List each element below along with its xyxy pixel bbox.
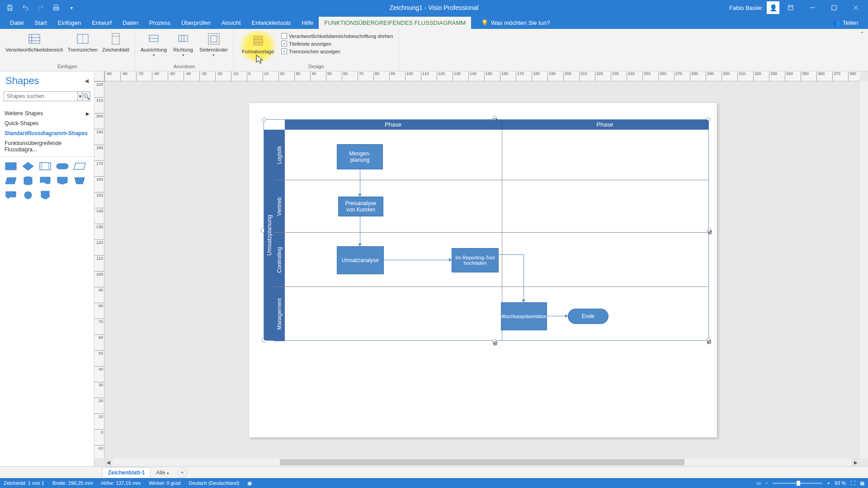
tab-daten[interactable]: Daten (117, 17, 144, 29)
tab-start[interactable]: Start (29, 17, 52, 29)
ausrichtung-button[interactable]: Ausrichtung ▾ (139, 31, 169, 58)
connector[interactable] (360, 169, 360, 180)
shape-offpage[interactable] (39, 190, 52, 200)
shape-connector-circle[interactable] (22, 190, 34, 200)
lane-header-vertrieb[interactable]: Vertrieb (274, 180, 285, 232)
shape-decision[interactable] (22, 161, 34, 171)
close-button[interactable] (845, 0, 866, 15)
tab-funktionsuebergreifendes-flussdiagramm[interactable]: FUNKTIONSÜBERGREIFENDES FLUSSDIAGRAMM (319, 17, 471, 29)
seitenraender-button[interactable]: Seitenränder ▾ (198, 31, 230, 58)
phase-1[interactable]: Phase (285, 120, 502, 130)
lane-header-logistik[interactable]: Logistik (274, 130, 285, 180)
connector[interactable] (360, 216, 360, 233)
fit-page-icon[interactable]: ⛶ (850, 480, 855, 486)
search-button[interactable]: 🔍 (83, 91, 90, 101)
connector[interactable] (499, 254, 524, 255)
richtung-button[interactable]: Richtung ▾ (170, 31, 197, 58)
search-input[interactable] (4, 91, 78, 101)
print-button[interactable] (50, 1, 62, 14)
rotate-label-checkbox[interactable]: Verantwortlichkeitsbereichsbeschriftung … (281, 33, 393, 39)
scroll-right-icon[interactable]: ▶ (852, 458, 860, 466)
redo-button[interactable] (34, 1, 47, 14)
tab-entwurf[interactable]: Entwurf (86, 17, 117, 29)
status-language[interactable]: Deutsch (Deutschland) (189, 480, 240, 486)
box-abschluss[interactable]: Abschlusspräsentation (501, 302, 547, 330)
vertical-scrollbar[interactable] (860, 81, 868, 458)
zoom-out-button[interactable]: − (765, 480, 768, 486)
canvas[interactable]: ⊘ ⊘ ⊘ ⊘ Phase Phase Umsatzplanung (104, 81, 860, 458)
macro-record-icon[interactable]: ▣ (247, 480, 252, 486)
tell-me-search[interactable]: 💡 Was möchten Sie tun? (476, 17, 555, 29)
lane-controlling[interactable]: Controlling Umsatzanalyse Im Reporting-T… (274, 233, 708, 287)
page-button[interactable]: Zeichenblatt (100, 31, 131, 54)
shape-data[interactable] (73, 161, 86, 171)
sheet-tab-1[interactable]: Zeichenblatt-1 (102, 467, 151, 478)
scrollbar-thumb[interactable] (280, 459, 684, 465)
box-umsatzanalyse[interactable]: Umsatzanalyse (337, 246, 384, 274)
tab-ueberpruefen[interactable]: Überprüfen (176, 17, 216, 29)
lane-header-management[interactable]: Management (274, 287, 285, 341)
swimlane-diagram[interactable]: ⊘ ⊘ ⊘ ⊘ Phase Phase Umsatzplanung (264, 119, 709, 341)
diagram-title[interactable]: Umsatzplanung (264, 130, 274, 340)
more-shapes-item[interactable]: Weitere Shapes▶ (0, 108, 94, 118)
search-dropdown[interactable]: ▾ (78, 91, 83, 101)
ribbon-display-options[interactable] (780, 0, 801, 15)
shape-terminator[interactable] (56, 161, 69, 171)
zoom-slider[interactable] (773, 483, 822, 484)
box-preisanalyse[interactable]: Preisanalyse von Kunden (338, 197, 383, 216)
show-separators-checkbox[interactable]: ✓Trennzeichen anzeigen (281, 48, 393, 55)
connector[interactable] (524, 254, 524, 287)
tab-datei[interactable]: Datei (5, 17, 29, 29)
show-titlebar-checkbox[interactable]: ✓Titelleiste anzeigen (281, 40, 393, 47)
lane-logistik[interactable]: Logistik Mengen- planung (274, 130, 708, 180)
box-ende[interactable]: Ende (568, 309, 609, 324)
horizontal-scrollbar[interactable]: ◀ ▶ (104, 458, 860, 466)
add-sheet-button[interactable]: + (177, 468, 187, 478)
quick-shapes-item[interactable]: Quick-Shapes (0, 118, 94, 128)
separator-button[interactable]: Trennzeichen (66, 31, 99, 54)
qat-customize[interactable]: ▾ (65, 1, 78, 14)
lane-vertrieb[interactable]: Vertrieb Preisanalyse von Kunden (274, 180, 708, 233)
undo-button[interactable] (19, 1, 32, 14)
tab-prozess[interactable]: Prozess (144, 17, 176, 29)
save-button[interactable] (4, 1, 16, 14)
formatvorlage-button[interactable]: Formatvorlage ▾ (237, 31, 278, 62)
shape-subprocess[interactable] (39, 161, 52, 171)
tab-entwicklertools[interactable]: Entwicklertools (246, 17, 297, 29)
tab-hilfe[interactable]: Hilfe (296, 17, 319, 29)
shape-reference[interactable] (56, 176, 69, 186)
user-name[interactable]: Fabio Basler (729, 5, 762, 11)
lane-management[interactable]: Management Abschlusspräsentation Ende (274, 287, 708, 341)
zoom-in-button[interactable]: + (827, 480, 830, 486)
minimize-button[interactable] (802, 0, 823, 15)
swimlane-button[interactable]: Verantwortlichkeitsbereich (4, 31, 65, 54)
scroll-left-icon[interactable]: ◀ (104, 458, 113, 466)
sheet-all-button[interactable]: Alle▴ (151, 468, 174, 478)
maximize-button[interactable] (824, 0, 844, 15)
zoom-thumb[interactable] (797, 481, 800, 486)
shape-process[interactable] (5, 161, 17, 171)
tab-ansicht[interactable]: Ansicht (216, 17, 246, 29)
stencil-standard[interactable]: Standardflussdiagramm-Shapes (0, 128, 94, 138)
collapse-panel-icon[interactable]: ◀ (85, 78, 89, 84)
selection-handle[interactable] (262, 117, 266, 122)
avatar[interactable]: 👤 (767, 1, 779, 14)
pan-zoom-icon[interactable]: ▦ (860, 480, 864, 486)
phase-2[interactable]: Phase (502, 120, 708, 130)
stencil-crossfunctional[interactable]: Funktionsübergreifende Flussdiagra... (0, 138, 94, 155)
horizontal-ruler[interactable]: -90-80-70-60-50-40-30-20-100102030405060… (104, 71, 860, 81)
shape-database[interactable] (22, 176, 34, 186)
lane-header-controlling[interactable]: Controlling (274, 233, 285, 286)
shape-document[interactable] (39, 176, 52, 186)
box-reporting[interactable]: Im Reporting-Tool hochladen (452, 248, 499, 272)
tab-einfuegen[interactable]: Einfügen (52, 17, 86, 29)
collapse-ribbon[interactable]: ⌃ (856, 29, 868, 71)
shape-manual[interactable] (73, 176, 86, 186)
shape-parallelogram[interactable] (5, 176, 17, 186)
drawing-page[interactable]: ⊘ ⊘ ⊘ ⊘ Phase Phase Umsatzplanung (249, 103, 717, 437)
box-mengenplanung[interactable]: Mengen- planung (337, 144, 383, 169)
zoom-level[interactable]: 93 % (835, 480, 846, 486)
connector[interactable] (384, 260, 452, 260)
vertical-ruler[interactable]: 2202102001901801701601501401301201101009… (94, 81, 104, 458)
presentation-mode-icon[interactable]: ▭ (756, 480, 761, 486)
